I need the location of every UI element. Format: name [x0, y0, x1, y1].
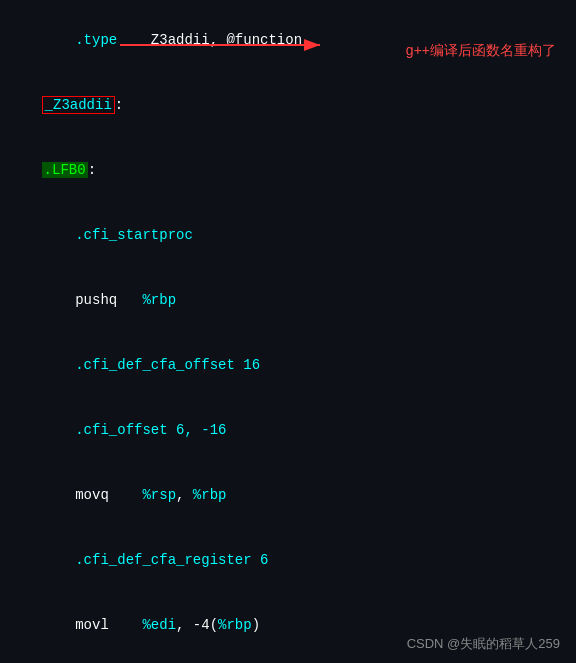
annotation-label: g++编译后函数名重构了 — [406, 42, 556, 58]
code-token: .cfi_def_cfa_register 6 — [42, 552, 269, 568]
arrow-svg — [120, 30, 340, 60]
code-token: %rbp — [142, 292, 176, 308]
code-token: ) — [252, 617, 260, 633]
code-token: pushq — [42, 292, 143, 308]
code-token: movl — [42, 617, 143, 633]
code-token: .cfi_startproc — [42, 227, 193, 243]
code-token: %edi — [142, 617, 176, 633]
code-token: : — [115, 97, 123, 113]
annotation-text: g++编译后函数名重构了 — [406, 42, 556, 60]
code-token: .cfi_offset 6, -16 — [42, 422, 227, 438]
code-container: .type _Z3addii, @function _Z3addii: g++编… — [0, 0, 576, 663]
code-token: %rbp — [193, 487, 227, 503]
code-line-8: movq %rsp, %rbp — [0, 463, 576, 528]
code-line-7: .cfi_offset 6, -16 — [0, 398, 576, 463]
footer-label: CSDN @失眠的稻草人259 — [407, 636, 560, 651]
code-token: , -4( — [176, 617, 218, 633]
lfb0-label: .LFB0 — [42, 162, 88, 178]
code-token: %rsp — [142, 487, 176, 503]
code-line-2: _Z3addii: — [0, 73, 576, 138]
arrow-graphic — [120, 30, 340, 64]
footer-credit: CSDN @失眠的稻草人259 — [407, 635, 560, 653]
code-line-5: pushq %rbp — [0, 268, 576, 333]
code-line-6: .cfi_def_cfa_offset 16 — [0, 333, 576, 398]
z3addii-label-boxed: _Z3addii — [42, 96, 115, 114]
code-token: movq — [42, 487, 143, 503]
code-token: , — [176, 487, 193, 503]
code-token: .cfi_def_cfa_offset 16 — [42, 357, 260, 373]
code-line-4: .cfi_startproc — [0, 203, 576, 268]
code-line-3: .LFB0: — [0, 138, 576, 203]
code-token: : — [88, 162, 96, 178]
code-token: %rbp — [218, 617, 252, 633]
code-line-9: .cfi_def_cfa_register 6 — [0, 529, 576, 594]
code-line-11: movl %esi, -8(%rbp) — [0, 659, 576, 663]
